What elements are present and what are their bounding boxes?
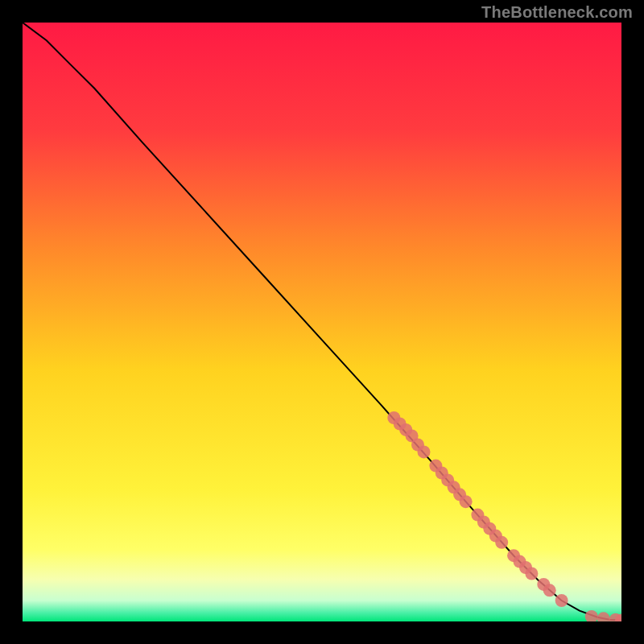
marker-dot xyxy=(460,495,473,508)
marker-dot xyxy=(525,568,538,580)
marker-dot xyxy=(495,536,508,549)
marker-dot xyxy=(418,445,431,458)
marker-dot xyxy=(555,594,568,607)
gradient-background xyxy=(23,23,621,621)
chart-svg xyxy=(23,23,621,621)
figure-root: TheBottleneck.com xyxy=(0,0,644,644)
marker-dot xyxy=(543,584,556,597)
watermark-text: TheBottleneck.com xyxy=(481,3,633,22)
plot-area xyxy=(23,23,621,621)
